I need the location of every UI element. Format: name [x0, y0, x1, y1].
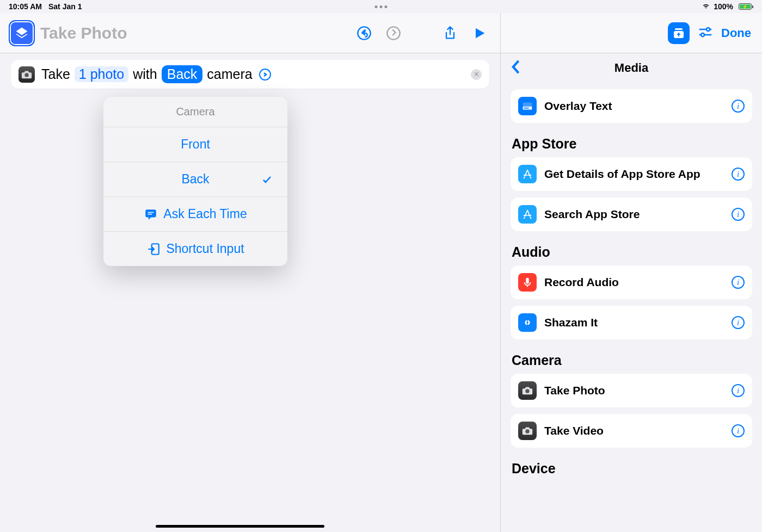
action-row[interactable]: Search App Storei	[511, 197, 752, 231]
status-time: 10:05 AM	[9, 2, 42, 11]
info-button[interactable]: i	[732, 316, 745, 329]
action-sentence: Take 1 photo with Back camera	[41, 65, 271, 83]
overlay-icon	[518, 97, 537, 115]
checkmark-icon	[261, 174, 272, 185]
ask-each-time-option[interactable]: Ask Each Time	[103, 196, 287, 231]
info-button[interactable]: i	[732, 276, 745, 289]
svg-rect-14	[526, 278, 529, 284]
camera-picker-popover: Camera Front Back Ask Each Time Shortcut…	[103, 97, 287, 266]
appstore-icon	[518, 205, 537, 224]
appstore-icon	[518, 165, 537, 183]
param-camera[interactable]: Back	[162, 65, 203, 83]
camera-option-back[interactable]: Back	[103, 162, 287, 196]
svg-rect-4	[148, 212, 154, 213]
action-row[interactable]: Shazam Iti	[511, 306, 752, 339]
camera-icon	[19, 66, 35, 83]
share-button[interactable]	[438, 21, 462, 45]
info-button[interactable]: i	[732, 168, 745, 181]
action-row[interactable]: Take Photoi	[511, 374, 752, 407]
action-label: Take Photo	[544, 383, 724, 397]
action-label: Search App Store	[544, 207, 724, 221]
action-row[interactable]: Take Videoi	[511, 414, 752, 448]
info-button[interactable]: i	[732, 208, 745, 221]
action-label: Overlay Text	[544, 99, 724, 113]
camera-icon	[518, 422, 537, 440]
mic-icon	[518, 273, 537, 292]
section-title: Audio	[511, 244, 752, 260]
action-row[interactable]: Record Audioi	[511, 265, 752, 299]
message-icon	[144, 207, 158, 221]
side-nav-header: Media	[501, 53, 762, 83]
redo-button	[382, 21, 405, 45]
action-take-photo[interactable]: Take 1 photo with Back camera ✕	[11, 60, 489, 89]
action-list[interactable]: Overlay TextiApp StoreGet Details of App…	[501, 83, 762, 532]
wifi-icon	[702, 2, 710, 11]
svg-rect-13	[524, 108, 529, 109]
svg-point-10	[701, 33, 704, 36]
input-icon	[146, 242, 161, 256]
svg-rect-3	[146, 209, 157, 217]
remove-action-button[interactable]: ✕	[471, 69, 482, 80]
done-button[interactable]: Done	[721, 26, 751, 40]
status-date: Sat Jan 1	[48, 2, 82, 11]
info-button[interactable]: i	[732, 384, 745, 397]
action-label: Take Video	[544, 424, 724, 437]
back-button[interactable]	[511, 59, 520, 77]
camera-icon	[518, 381, 537, 400]
battery-percent: 100%	[714, 2, 733, 11]
svg-point-16	[525, 389, 529, 393]
info-button[interactable]: i	[732, 424, 745, 437]
editor-canvas[interactable]: Take 1 photo with Back camera ✕ Camera F…	[0, 53, 500, 532]
action-library-button[interactable]	[668, 22, 690, 44]
action-row[interactable]: Get Details of App Store Appi	[511, 157, 752, 191]
action-row[interactable]: Overlay Texti	[511, 89, 752, 123]
shortcut-input-option[interactable]: Shortcut Input	[103, 231, 287, 266]
action-label: Get Details of App Store App	[544, 167, 724, 181]
main-toolbar: Take Photo	[0, 13, 500, 53]
battery-icon: ⚡	[736, 3, 753, 10]
camera-option-front[interactable]: Front	[103, 127, 287, 162]
side-toolbar: Done	[501, 13, 762, 53]
svg-rect-5	[148, 213, 152, 214]
action-label: Record Audio	[544, 275, 724, 289]
section-title: Device	[511, 461, 752, 477]
shortcut-title[interactable]: Take Photo	[40, 24, 127, 42]
svg-point-2	[24, 73, 28, 77]
info-button[interactable]: i	[732, 100, 745, 113]
expand-action-icon[interactable]	[259, 69, 271, 81]
status-bar: 10:05 AM Sat Jan 1 100% ⚡	[0, 0, 762, 13]
shazam-icon	[518, 313, 537, 332]
settings-sliders-button[interactable]	[697, 24, 714, 42]
run-button[interactable]	[468, 21, 491, 45]
section-title: Camera	[511, 352, 752, 368]
svg-point-17	[525, 429, 529, 433]
undo-button[interactable]	[352, 21, 376, 45]
popover-title: Camera	[103, 97, 287, 127]
shortcut-app-icon[interactable]	[9, 20, 35, 46]
svg-point-1	[387, 27, 400, 39]
param-photo-count[interactable]: 1 photo	[75, 66, 128, 82]
multitask-dots-icon[interactable]	[375, 5, 388, 8]
category-title: Media	[614, 61, 648, 75]
home-indicator[interactable]	[156, 525, 324, 528]
svg-rect-7	[675, 28, 683, 30]
action-label: Shazam It	[544, 316, 724, 329]
svg-point-9	[706, 27, 710, 30]
section-title: App Store	[511, 136, 752, 152]
